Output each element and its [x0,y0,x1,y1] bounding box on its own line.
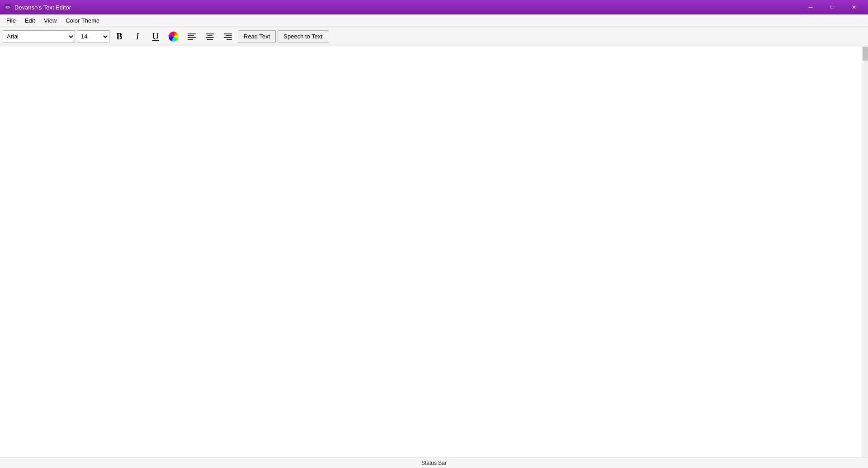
align-left-icon [188,33,196,40]
font-size-select[interactable]: 8 9 10 11 12 14 16 18 20 24 28 32 36 48 … [77,30,109,43]
toolbar: Arial Times New Roman Courier New Verdan… [0,27,868,46]
scrollbar[interactable] [862,46,868,457]
menu-color-theme[interactable]: Color Theme [61,15,104,26]
color-picker-button[interactable] [165,30,182,43]
align-right-icon [224,33,232,40]
menu-bar: File Edit View Color Theme [0,14,868,27]
italic-button[interactable]: I [129,30,146,43]
underline-button[interactable]: U [147,30,164,43]
align-center-button[interactable] [202,30,218,43]
editor-area [0,46,868,457]
title-bar: ✏ Devansh's Text Editor ─ □ ✕ [0,0,868,14]
close-button[interactable]: ✕ [844,0,864,14]
menu-file[interactable]: File [2,15,20,26]
bold-button[interactable]: B [111,30,127,43]
app-title: Devansh's Text Editor [14,4,800,11]
maximize-button[interactable]: □ [822,0,843,14]
app-icon: ✏ [4,3,12,11]
minimize-button[interactable]: ─ [800,0,821,14]
window-controls: ─ □ ✕ [800,0,864,14]
align-right-button[interactable] [220,30,236,43]
font-family-select[interactable]: Arial Times New Roman Courier New Verdan… [3,30,75,43]
read-text-button[interactable]: Read Text [238,30,276,43]
menu-edit[interactable]: Edit [20,15,39,26]
svg-text:✏: ✏ [5,4,10,11]
align-center-icon [206,33,214,40]
align-left-button[interactable] [184,30,200,43]
speech-to-text-button[interactable]: Speech to Text [278,30,328,43]
menu-view[interactable]: View [39,15,61,26]
scrollbar-thumb[interactable] [863,47,868,61]
status-bar: Status Bar [0,457,868,468]
color-wheel-icon [169,32,179,42]
text-editor[interactable] [0,46,862,457]
